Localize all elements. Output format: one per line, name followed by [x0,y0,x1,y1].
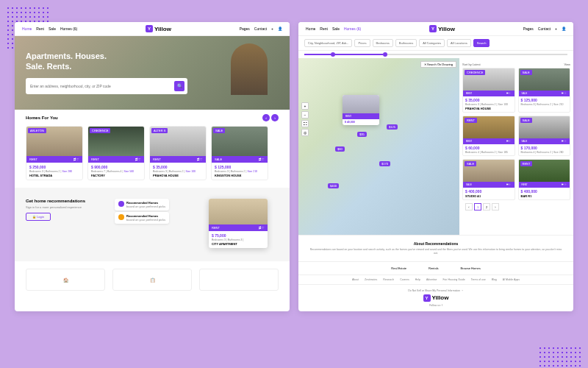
listing-card[interactable]: RENTRENT⇄ ♡$ 60,000Bedrooms 4 | Bathroom… [462,116,515,156]
user-icon[interactable]: 👤 [562,26,566,31]
footer-link[interactable]: Advertise [426,278,437,281]
nav-contact[interactable]: Contact [254,26,267,31]
footer-link[interactable]: Fair Housing Guide [442,278,465,281]
filter-search[interactable]: City, Neighbourhood, ZIP, Adr... [304,39,352,47]
nav-sale[interactable]: Sale [332,26,340,31]
listings-sidebar: Sort by LatestView CREDENCERENT⇄ ♡$ 35,0… [459,58,573,235]
footer-link[interactable]: Browse Homes [461,266,481,270]
top-nav: Home Rent Sale Homes (6) YYillow Pages C… [15,22,290,36]
map-popup[interactable]: RENT $ 40,000 [343,95,379,125]
map-fullscreen[interactable]: ⛶ [301,120,309,127]
location-icon [118,201,124,207]
footer-link[interactable]: Research [383,278,394,281]
listing-card[interactable]: RENTRENT⇄ ♡$ 400,000BAR R1 [518,159,571,200]
feature-card[interactable] [199,269,279,291]
carousel-prev[interactable]: ‹ [262,114,270,121]
feature-row: 🏠 📋 [15,261,290,298]
zoom-in[interactable]: + [301,102,309,110]
property-card[interactable]: CREDENCERENT⇄ ♡$ 900,000Bedrooms 7 | Bat… [87,126,145,180]
map-marker[interactable]: $60 [335,146,345,152]
nav-sale[interactable]: Sale [49,26,56,31]
property-card[interactable]: SALESALE⇄ ♡$ 125,000Bedrooms 3 | Bathroo… [211,126,268,180]
user-icon[interactable]: 👤 [278,26,282,31]
search-button[interactable]: Search [473,39,490,47]
house-icon: 🏠 [63,277,68,283]
nav-homes[interactable]: Homes (6) [60,26,77,31]
page-next[interactable]: › [492,203,499,210]
listing-card[interactable]: SALESALE⇄ ♡$ 170,000Bedrooms 4 | Bathroo… [518,116,571,156]
nav-contact[interactable]: Contact [538,26,551,31]
page-prev[interactable]: ‹ [465,203,473,210]
nav-homes[interactable]: Homes (6) [344,26,361,31]
hero-image [231,43,268,95]
privacy-link[interactable]: Do Not Sell or Share My Personal Informa… [408,289,463,292]
filter-bedrooms[interactable]: Bedrooms [373,39,393,47]
nav-rent[interactable]: Rent [320,26,328,31]
nav-home[interactable]: Home [306,26,315,31]
footer-link[interactable]: AI Mobile Apps [503,278,520,281]
map-marker[interactable]: $170 [379,161,390,166]
login-button[interactable]: 🔒 Login [26,213,51,221]
home-icon [118,214,124,220]
property-cards: ARLETONRENT⇄ ♡$ 250,000Bedrooms 3 | Bath… [15,126,290,188]
footer-link[interactable]: Real Estate [391,266,406,270]
filter-locations[interactable]: All Locations [447,39,471,47]
floating-card[interactable]: RENT⇄ ♡ $ 75,000Bedrooms 3 | Bathrooms 3… [209,199,268,248]
search-results-panel: Home Rent Sale Homes (6) YYillow Pages C… [298,22,573,311]
listing-card[interactable]: SALESALE⇄ ♡$ 400,000STUDIO A1 [462,159,515,200]
feature-card[interactable]: 📋 [112,269,192,291]
footer-link[interactable]: Careers [400,278,409,281]
search-button[interactable]: 🔍 [174,81,184,91]
map[interactable]: ✕ Search On Drawing + − ⛶ ◎ RENT $ 40,00… [298,58,459,235]
filter-bathrooms[interactable]: Bathrooms [395,39,417,47]
page-1[interactable]: 1 [474,203,481,210]
nav-home[interactable]: Home [22,26,32,31]
map-marker[interactable]: $125 [387,124,398,130]
decoration-dots [538,346,582,368]
doc-icon: 📋 [150,277,155,283]
footer-link[interactable]: Help [415,278,420,281]
nav-rent[interactable]: Rent [36,26,44,31]
listing-card[interactable]: SALESALE⇄ ♡$ 125,000Bedrooms 3 | Bathroo… [518,68,571,113]
footer-link[interactable]: Rentals [429,266,439,270]
map-locate[interactable]: ◎ [301,129,309,136]
filter-prices[interactable]: Prices [354,39,370,47]
top-nav: Home Rent Sale Homes (6) YYillow Pages C… [298,22,573,36]
recom-title: Get home recommendations [26,199,85,203]
add-icon[interactable]: + [271,26,273,31]
filter-bar: City, Neighbourhood, ZIP, Adr... Prices … [298,36,573,51]
logo[interactable]: YYillow [146,25,171,32]
footer-main-links: Real Estate Rentals Browse Homes [298,261,573,275]
drawing-toggle[interactable]: ✕ Search On Drawing [420,61,456,68]
zoom-out[interactable]: − [301,111,309,118]
footer-link[interactable]: About [352,278,359,281]
filter-categories[interactable]: All Categories [419,39,445,47]
page-2[interactable]: 2 [483,203,490,210]
listing-card[interactable]: CREDENCERENT⇄ ♡$ 35,000Bedrooms 3 | Bath… [462,68,515,113]
sort-dropdown[interactable]: Sort by Latest [462,63,481,66]
recom-subtitle: Sign in for a more personalized experien… [26,205,85,209]
search-bar: 🔍 [26,78,187,94]
map-marker[interactable]: $35 [357,132,367,137]
section-title: Homes For You [26,116,58,120]
fav-icon[interactable]: ⇄ ♡ [74,158,79,161]
facebook-icon[interactable]: f [442,304,442,307]
carousel-next[interactable]: › [271,114,279,121]
about-title: About Recommendations [309,241,562,246]
nav-pages[interactable]: Pages [523,26,534,31]
property-card[interactable]: ALTER SRENT⇄ ♡$ 35,000Bedrooms 3 | Bathr… [149,126,207,180]
search-input[interactable] [29,82,174,90]
footer-bottom: Do Not Sell or Share My Personal Informa… [298,284,573,311]
price-slider[interactable] [304,54,567,55]
footer-logo[interactable]: YYillow [423,294,449,302]
nav-pages[interactable]: Pages [240,26,250,31]
footer-link[interactable]: Blog [492,278,497,281]
logo[interactable]: YYillow [429,25,455,32]
footer-link[interactable]: Zestimates [365,278,377,281]
add-icon[interactable]: + [555,26,557,31]
property-card[interactable]: ARLETONRENT⇄ ♡$ 250,000Bedrooms 3 | Bath… [26,126,83,180]
footer-link[interactable]: Terms of use [471,278,486,281]
feature-card[interactable]: 🏠 [26,269,105,291]
map-marker[interactable]: $400 [328,183,339,188]
view-toggle[interactable]: View [564,63,570,66]
